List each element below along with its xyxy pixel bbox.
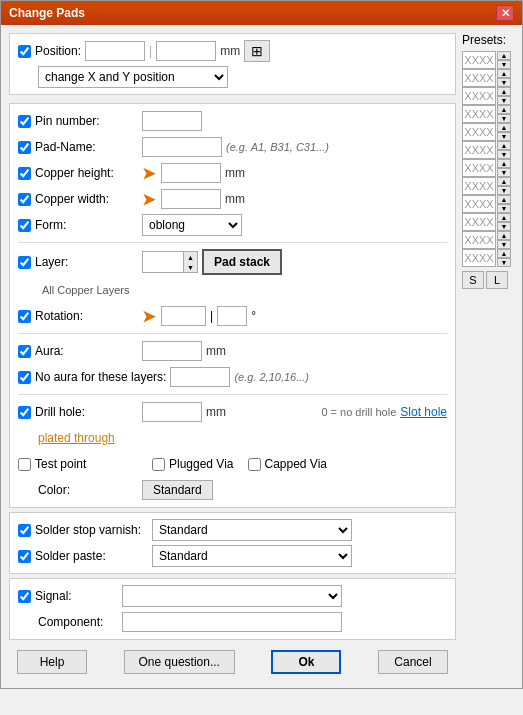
preset-input-1[interactable]	[462, 69, 496, 87]
layer-label: Layer:	[35, 255, 68, 269]
preset-input-6[interactable]	[462, 159, 496, 177]
copper-height-checkbox[interactable]	[18, 167, 31, 180]
position-x-input[interactable]: -8,5	[85, 41, 145, 61]
aura-input[interactable]: 0,3	[142, 341, 202, 361]
layer-spin-wrapper: 100 ▲ ▼	[142, 251, 198, 273]
form-dropdown[interactable]: oblong round square rectangle	[142, 214, 242, 236]
rotation-decimal-input[interactable]: 00	[217, 306, 247, 326]
plated-through-link[interactable]: plated through	[38, 431, 115, 445]
preset-up-8[interactable]: ▲	[497, 195, 511, 204]
preset-input-10[interactable]	[462, 231, 496, 249]
copper-height-input[interactable]: 1,7	[161, 163, 221, 183]
help-button[interactable]: Help	[17, 650, 87, 674]
layer-sublabel-row: All Copper Layers	[38, 279, 447, 301]
cancel-button[interactable]: Cancel	[378, 650, 448, 674]
preset-input-11[interactable]	[462, 249, 496, 267]
preset-down-7[interactable]: ▼	[497, 186, 511, 195]
copper-width-input[interactable]: 3,4	[161, 189, 221, 209]
copper-width-checkbox[interactable]	[18, 193, 31, 206]
slot-hole-link[interactable]: Slot hole	[400, 405, 447, 419]
preset-down-4[interactable]: ▼	[497, 132, 511, 141]
pin-number-checkbox[interactable]	[18, 115, 31, 128]
pad-name-hint: (e.g. A1, B31, C31...)	[226, 141, 329, 153]
preset-input-0[interactable]	[462, 51, 496, 69]
test-point-group: Test point	[18, 457, 138, 471]
solder-paste-dropdown[interactable]: Standard None Custom	[152, 545, 352, 567]
preset-up-9[interactable]: ▲	[497, 213, 511, 222]
plugged-via-checkbox[interactable]	[152, 458, 165, 471]
form-checkbox[interactable]	[18, 219, 31, 232]
position-checkbox[interactable]	[18, 45, 31, 58]
preset-down-5[interactable]: ▼	[497, 150, 511, 159]
preset-up-0[interactable]: ▲	[497, 51, 511, 60]
preset-down-1[interactable]: ▼	[497, 78, 511, 87]
layer-input[interactable]: 100	[143, 252, 183, 272]
preset-sl-buttons: S L	[462, 271, 514, 289]
preset-input-4[interactable]	[462, 123, 496, 141]
signal-dropdown[interactable]	[122, 585, 342, 607]
layer-spin-down[interactable]: ▼	[183, 262, 197, 272]
pad-name-checkbox[interactable]	[18, 141, 31, 154]
test-point-row: Test point Plugged Via Capped Via	[18, 453, 447, 475]
rotation-checkbox[interactable]	[18, 310, 31, 323]
preset-up-3[interactable]: ▲	[497, 105, 511, 114]
preset-up-11[interactable]: ▲	[497, 249, 511, 258]
copper-height-label-group: Copper height:	[18, 166, 138, 180]
signal-checkbox[interactable]	[18, 590, 31, 603]
preset-input-9[interactable]	[462, 213, 496, 231]
solder-paste-checkbox[interactable]	[18, 550, 31, 563]
solder-stop-label: Solder stop varnish:	[35, 523, 141, 537]
no-aura-checkbox[interactable]	[18, 371, 31, 384]
preset-input-5[interactable]	[462, 141, 496, 159]
color-label: Color:	[38, 483, 70, 497]
preset-down-11[interactable]: ▼	[497, 258, 511, 267]
preset-input-7[interactable]	[462, 177, 496, 195]
preset-input-8[interactable]	[462, 195, 496, 213]
preset-row-4: ▲ ▼	[462, 123, 514, 141]
component-input[interactable]: 0, CUI_RCJ-042	[122, 612, 342, 632]
preset-down-0[interactable]: ▼	[497, 60, 511, 69]
preset-down-3[interactable]: ▼	[497, 114, 511, 123]
aura-checkbox[interactable]	[18, 345, 31, 358]
preset-up-10[interactable]: ▲	[497, 231, 511, 240]
preset-s-button[interactable]: S	[462, 271, 484, 289]
solder-stop-dropdown[interactable]: Standard None Custom	[152, 519, 352, 541]
no-aura-hint: (e.g. 2,10,16...)	[234, 371, 309, 383]
preset-up-5[interactable]: ▲	[497, 141, 511, 150]
test-point-checkbox[interactable]	[18, 458, 31, 471]
preset-down-9[interactable]: ▼	[497, 222, 511, 231]
preset-l-button[interactable]: L	[486, 271, 508, 289]
preset-up-7[interactable]: ▲	[497, 177, 511, 186]
preset-down-6[interactable]: ▼	[497, 168, 511, 177]
layer-checkbox[interactable]	[18, 256, 31, 269]
grid-button[interactable]: ⊞	[244, 40, 270, 62]
preset-up-6[interactable]: ▲	[497, 159, 511, 168]
pad-stack-button[interactable]: Pad stack	[202, 249, 282, 275]
one-question-button[interactable]: One question...	[124, 650, 235, 674]
copper-height-unit: mm	[225, 166, 245, 180]
capped-via-checkbox[interactable]	[248, 458, 261, 471]
preset-input-2[interactable]	[462, 87, 496, 105]
close-button[interactable]: ✕	[496, 5, 514, 21]
pin-number-input[interactable]: 2	[142, 111, 202, 131]
position-dropdown[interactable]: change X and Y position change X positio…	[38, 66, 228, 88]
ok-button[interactable]: Ok	[271, 650, 341, 674]
solder-stop-checkbox[interactable]	[18, 524, 31, 537]
layer-spin-up[interactable]: ▲	[183, 252, 197, 262]
position-y-input[interactable]: 0	[156, 41, 216, 61]
rotation-input[interactable]: 180	[161, 306, 206, 326]
preset-down-10[interactable]: ▼	[497, 240, 511, 249]
preset-up-4[interactable]: ▲	[497, 123, 511, 132]
pad-name-input[interactable]	[142, 137, 222, 157]
preset-up-1[interactable]: ▲	[497, 69, 511, 78]
preset-down-8[interactable]: ▼	[497, 204, 511, 213]
drill-hole-input[interactable]: 1	[142, 402, 202, 422]
color-button[interactable]: Standard	[142, 480, 213, 500]
no-aura-input[interactable]	[170, 367, 230, 387]
preset-spin-5: ▲ ▼	[497, 141, 511, 159]
preset-input-3[interactable]	[462, 105, 496, 123]
preset-down-2[interactable]: ▼	[497, 96, 511, 105]
drill-hole-checkbox[interactable]	[18, 406, 31, 419]
preset-up-2[interactable]: ▲	[497, 87, 511, 96]
copper-height-label: Copper height:	[35, 166, 114, 180]
